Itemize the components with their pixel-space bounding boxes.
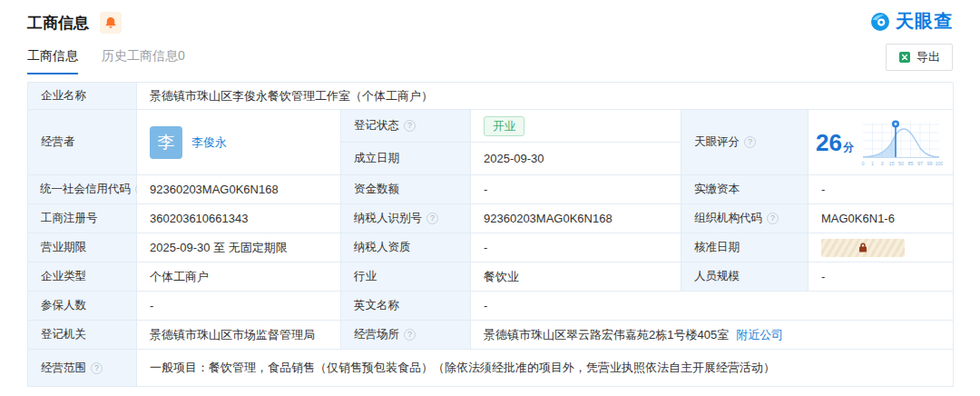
svg-text:99: 99 [926, 161, 932, 166]
status-badge: 开业 [484, 116, 524, 136]
score-distribution-chart: 0 1 3 15 50 85 97 99 100 [859, 117, 943, 168]
company-name-label-cell: 企业名称 [28, 83, 137, 110]
field-label: 天眼评分 [694, 134, 740, 150]
tab-history-business-info[interactable]: 历史工商信息0 [102, 48, 185, 74]
field-label: 登记机关 [41, 327, 86, 342]
capital-amount: - [484, 183, 487, 196]
svg-text:1: 1 [871, 161, 874, 166]
operator-value-cell: 李 李俊永 [137, 110, 341, 175]
premises-address: 景德镇市珠山区翠云路宏伟嘉苑2栋1号楼405室 [484, 327, 729, 343]
svg-text:100: 100 [935, 161, 943, 166]
business-term-value-cell: 2025-09-30 至 无固定期限 [137, 233, 341, 262]
company-type: 个体工商户 [150, 269, 209, 285]
industry: 餐饮业 [484, 269, 519, 285]
reg-number: 360203610661343 [150, 212, 248, 225]
field-label: 人员规模 [694, 269, 740, 284]
taxpayer-qualification: - [484, 241, 487, 254]
operator-name-link[interactable]: 李俊永 [191, 134, 227, 151]
tab-bar: 工商信息 历史工商信息0 导出 [0, 44, 980, 74]
reg-authority-label-cell: 登记机关 [28, 321, 137, 350]
business-info-table: 企业名称 景德镇市珠山区李俊永餐饮管理工作室（个体工商户） 经营者 李 李俊永 … [27, 82, 953, 387]
reg-authority: 景德镇市珠山区市场监督管理局 [150, 327, 315, 343]
field-label: 经营场所 [354, 327, 399, 342]
help-icon[interactable]: ? [404, 120, 416, 132]
avatar[interactable]: 李 [150, 126, 182, 159]
page-title: 工商信息 [27, 13, 89, 34]
business-term-label-cell: 营业期限 [28, 233, 137, 262]
establish-date-value-cell: 2025-09-30 [471, 143, 681, 175]
industry-label-cell: 行业 [341, 262, 471, 292]
capital-amount-label-cell: 资金数额 [341, 175, 471, 204]
field-label: 登记状态 [354, 118, 399, 134]
taxpayer-id: 92360203MAG0K6N168 [484, 212, 612, 225]
help-icon[interactable]: ? [91, 362, 103, 374]
tianyancha-logo[interactable]: 天眼查 [869, 9, 953, 34]
field-label: 统一社会信用代码 [40, 182, 131, 197]
org-code-label-cell: 组织机构代码 ? [681, 204, 808, 233]
company-name-value-cell: 景德镇市珠山区李俊永餐饮管理工作室（个体工商户） [137, 83, 954, 110]
credit-code: 92360203MAG0K6N168 [150, 183, 279, 196]
help-icon[interactable]: ? [767, 213, 779, 224]
staff-size: - [821, 270, 825, 283]
help-icon[interactable]: ? [404, 329, 416, 341]
field-label: 英文名称 [354, 298, 399, 313]
lock-icon [858, 242, 868, 253]
field-label: 企业名称 [41, 88, 86, 104]
svg-text:97: 97 [917, 161, 923, 166]
tab-business-info[interactable]: 工商信息 [27, 48, 78, 74]
reg-authority-value-cell: 景德镇市珠山区市场监督管理局 [137, 321, 341, 350]
nearby-companies-link[interactable]: 附近公司 [736, 327, 783, 343]
svg-text:15: 15 [888, 161, 894, 166]
help-icon[interactable]: ? [426, 213, 438, 224]
score-unit: 分 [843, 141, 854, 153]
svg-text:50: 50 [898, 161, 904, 166]
excel-icon [898, 51, 911, 64]
field-label: 经营范围 [41, 361, 86, 376]
establish-date-label-cell: 成立日期 [341, 143, 471, 175]
premises-value-cell: 景德镇市珠山区翠云路宏伟嘉苑2栋1号楼405室 附近公司 [471, 321, 954, 350]
header: 工商信息 天眼查 [0, 0, 980, 35]
business-scope-value-cell: 一般项目：餐饮管理，食品销售（仅销售预包装食品）（除依法须经批准的项目外，凭营业… [137, 350, 954, 387]
taxpayer-qualification-value-cell: - [471, 233, 681, 262]
field-label: 参保人数 [41, 298, 86, 313]
org-code-value-cell: MAG0K6N1-6 [808, 204, 954, 233]
company-type-label-cell: 企业类型 [28, 262, 137, 292]
field-label: 资金数额 [354, 182, 399, 197]
credit-code-value-cell: 92360203MAG0K6N168 [137, 175, 341, 204]
industry-value-cell: 餐饮业 [471, 262, 681, 292]
capital-amount-value-cell: - [471, 175, 681, 204]
field-label: 行业 [354, 269, 377, 284]
org-code: MAG0K6N1-6 [821, 212, 895, 225]
paid-in-capital: - [821, 183, 825, 196]
english-name: - [484, 299, 487, 312]
locked-value[interactable] [821, 239, 905, 257]
company-type-value-cell: 个体工商户 [137, 262, 341, 292]
monitor-chip[interactable] [100, 12, 122, 34]
field-label: 纳税人识别号 [354, 211, 422, 226]
english-name-label-cell: 英文名称 [341, 292, 471, 321]
premises-label-cell: 经营场所 ? [341, 321, 471, 350]
svg-text:3: 3 [880, 161, 883, 166]
establish-date: 2025-09-30 [484, 152, 544, 165]
paid-in-capital-value-cell: - [808, 175, 954, 204]
business-scope-label-cell: 经营范围 ? [28, 350, 137, 387]
taxpayer-id-label-cell: 纳税人识别号 ? [341, 204, 471, 233]
insured-count: - [150, 299, 153, 312]
field-label: 营业期限 [41, 240, 86, 255]
operator-label-cell: 经营者 [28, 110, 137, 175]
help-icon[interactable]: ? [744, 136, 756, 148]
bell-icon [103, 15, 118, 30]
insured-count-value-cell: - [137, 292, 341, 321]
taxpayer-qualification-label-cell: 纳税人资质 [341, 233, 471, 262]
score-value-cell[interactable]: 26分 0 1 3 [808, 110, 954, 175]
field-label: 纳税人资质 [354, 240, 411, 255]
reg-number-label-cell: 工商注册号 [28, 204, 137, 233]
paid-in-capital-label-cell: 实缴资本 [681, 175, 808, 204]
approval-date-value-cell [808, 233, 954, 262]
staff-size-label-cell: 人员规模 [681, 262, 808, 292]
export-button[interactable]: 导出 [886, 44, 953, 71]
field-label: 核准日期 [694, 240, 740, 255]
score-label-cell: 天眼评分 ? [681, 110, 808, 175]
field-label: 工商注册号 [41, 211, 98, 226]
field-label: 企业类型 [41, 269, 86, 284]
